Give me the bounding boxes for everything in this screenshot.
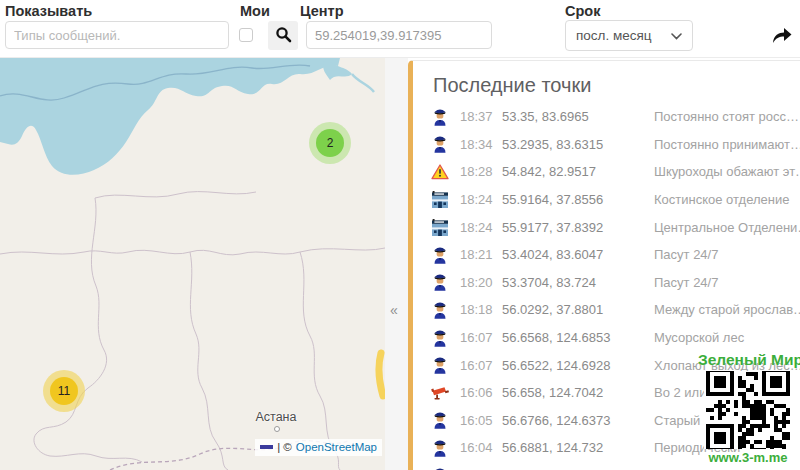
center-label: Центр <box>300 3 344 19</box>
point-description: Между старой ярослав… <box>654 302 800 317</box>
point-description: Костинское отделение <box>654 192 800 207</box>
panel-gap <box>385 58 408 470</box>
map-cluster-yellow[interactable]: 11 <box>43 370 85 412</box>
point-time: 16:07 <box>460 358 498 373</box>
period-select[interactable]: посл. месяц <box>565 20 693 51</box>
point-coordinates: 54.842, 82.9517 <box>502 164 654 179</box>
police-station-icon <box>429 219 451 236</box>
point-coordinates: 56.6881, 124.732 <box>502 440 654 455</box>
warning-icon <box>429 164 451 180</box>
police-officer-icon <box>429 273 451 291</box>
police-officer-icon <box>429 301 451 319</box>
map-canvas[interactable]: 2 11 Астана | © OpenStreetMap <box>0 58 385 470</box>
police-officer-icon <box>429 135 451 153</box>
point-coordinates: 56.658, 124.7042 <box>502 385 654 400</box>
point-time: 18:21 <box>460 247 498 262</box>
police-officer-icon <box>429 411 451 429</box>
search-icon <box>275 26 292 46</box>
police-officer-icon <box>429 356 451 374</box>
map-cluster-green[interactable]: 2 <box>309 122 351 164</box>
city-label: Астана <box>244 410 308 424</box>
latest-points-panel: Последние точки 18:37 53.35, 83.6965 Пос… <box>408 60 800 470</box>
point-coordinates: 53.35, 83.6965 <box>502 109 654 124</box>
road-segment <box>379 353 383 396</box>
list-item[interactable]: 16:07 56.6522, 124.6928 Хлопают выход из… <box>413 351 800 379</box>
openstreetmap-link[interactable]: OpenStreetMap <box>296 441 377 453</box>
point-coordinates: 55.9177, 37.8392 <box>502 220 654 235</box>
cluster-count: 11 <box>50 377 78 405</box>
point-time: 18:18 <box>460 302 498 317</box>
list-item[interactable]: 18:34 53.2935, 83.6315 Постоянно принима… <box>413 131 800 159</box>
show-label: Показывать <box>5 3 92 19</box>
list-item[interactable]: 16:04 56.6881, 124.732 Периодически <box>413 434 800 462</box>
point-coordinates: 56.6766, 124.6373 <box>502 413 654 428</box>
point-description: Центральное Отделени… <box>654 220 800 235</box>
list-item[interactable]: 18:21 53.4024, 83.6047 Пасут 24/7 <box>413 241 800 269</box>
list-item[interactable]: 18:28 54.842, 82.9517 Шкуроходы обажают … <box>413 158 800 186</box>
point-description: Во 2 или 3 по <box>654 385 800 400</box>
point-time: 18:20 <box>460 275 498 290</box>
police-officer-icon <box>429 246 451 264</box>
point-time: 18:37 <box>460 109 498 124</box>
point-description: Хлопают выход из лес… <box>654 358 800 373</box>
point-coordinates: 56.6522, 124.6928 <box>502 358 654 373</box>
point-time: 18:24 <box>460 192 498 207</box>
point-coordinates: 53.3704, 83.724 <box>502 275 654 290</box>
center-coordinates-input[interactable] <box>306 21 492 49</box>
my-label: Мои <box>240 3 270 19</box>
point-time: 16:07 <box>460 330 498 345</box>
point-coordinates: 55.9164, 37.8556 <box>502 192 654 207</box>
list-item[interactable]: 16:06 56.658, 124.7042 Во 2 или 3 по <box>413 379 800 407</box>
period-select-value: посл. месяц <box>576 28 652 43</box>
point-coordinates: 56.0292, 37.8801 <box>502 302 654 317</box>
map-attribution: | © OpenStreetMap <box>255 439 382 456</box>
point-coordinates: 56.6568, 124.6853 <box>502 330 654 345</box>
point-description: Старый город <box>654 413 800 428</box>
panel-title: Последние точки <box>413 61 800 103</box>
point-description: Постоянно принимают… <box>654 137 800 152</box>
share-button[interactable] <box>768 22 796 50</box>
point-description: Периодически <box>654 440 800 455</box>
collapse-panel-button[interactable]: « <box>390 302 398 318</box>
cluster-count: 2 <box>316 129 344 157</box>
point-time: 18:28 <box>460 164 498 179</box>
scale-bar <box>260 445 273 449</box>
list-item[interactable]: 18:24 55.9177, 37.8392 Центральное Отдел… <box>413 213 800 241</box>
point-description: Шкуроходы обажают эт… <box>654 164 800 179</box>
list-item[interactable]: 18:18 56.0292, 37.8801 Между старой ярос… <box>413 296 800 324</box>
police-officer-icon <box>429 108 451 126</box>
share-arrow-icon <box>771 25 793 48</box>
point-coordinates: 53.2935, 83.6315 <box>502 137 654 152</box>
point-coordinates: 53.4024, 83.6047 <box>502 247 654 262</box>
city-marker-dot <box>274 426 280 432</box>
police-station-icon <box>429 191 451 208</box>
list-item[interactable]: 16:07 56.6568, 124.6853 Мусорской лес <box>413 324 800 352</box>
point-time: 18:24 <box>460 220 498 235</box>
search-button[interactable] <box>268 21 298 50</box>
point-description: Пасут 24/7 <box>654 247 800 262</box>
list-item[interactable]: 16:03 56.6374, 124.6942 Периодически кат… <box>413 462 800 470</box>
list-item[interactable]: 16:05 56.6766, 124.6373 Старый город <box>413 407 800 435</box>
point-time: 16:06 <box>460 385 498 400</box>
police-officer-icon <box>429 329 451 347</box>
point-description: Постоянно стоят росс… <box>654 109 800 124</box>
list-item[interactable]: 18:20 53.3704, 83.724 Пасут 24/7 <box>413 269 800 297</box>
attribution-separator: | © <box>277 441 292 453</box>
police-officer-icon <box>429 439 451 457</box>
point-time: 16:04 <box>460 440 498 455</box>
list-item[interactable]: 18:24 55.9164, 37.8556 Костинское отделе… <box>413 186 800 214</box>
top-toolbar: Показывать Мои Центр Срок посл. месяц <box>0 0 800 58</box>
my-checkbox[interactable] <box>239 28 253 42</box>
period-label: Срок <box>565 3 600 19</box>
message-types-input[interactable] <box>5 21 229 49</box>
point-time: 18:34 <box>460 137 498 152</box>
point-description: Пасут 24/7 <box>654 275 800 290</box>
points-list: 18:37 53.35, 83.6965 Постоянно стоят рос… <box>413 103 800 470</box>
point-description: Мусорской лес <box>654 330 800 345</box>
point-time: 16:05 <box>460 413 498 428</box>
chevron-down-icon <box>671 28 682 43</box>
list-item[interactable]: 18:37 53.35, 83.6965 Постоянно стоят рос… <box>413 103 800 131</box>
cctv-camera-icon <box>429 386 451 400</box>
police-officer-icon <box>429 467 451 470</box>
